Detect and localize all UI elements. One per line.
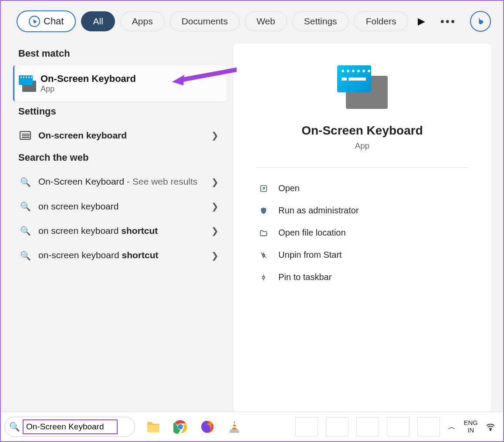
search-icon: 🔍 xyxy=(18,226,32,236)
unpin-icon xyxy=(258,251,269,259)
system-tray: ︿ ENG IN xyxy=(295,417,500,436)
more-tabs-arrow-icon[interactable]: ▶ xyxy=(418,16,425,27)
bing-button[interactable] xyxy=(470,11,491,32)
web-result-2[interactable]: 🔍 on screen keyboard shortcut ❯ xyxy=(13,219,227,243)
web-result-1[interactable]: 🔍 on screen keyboard ❯ xyxy=(13,194,227,219)
taskbar-app-placeholder[interactable] xyxy=(356,417,379,436)
preview-subtitle: App xyxy=(355,141,370,151)
tray-overflow-icon[interactable]: ︿ xyxy=(448,422,456,432)
wifi-icon[interactable] xyxy=(486,423,495,431)
tab-all[interactable]: All xyxy=(81,11,115,31)
options-menu-icon[interactable]: ••• xyxy=(434,15,462,28)
svg-rect-8 xyxy=(232,426,237,428)
filter-tabs: Chat All Apps Documents Web Settings Fol… xyxy=(13,10,491,32)
taskbar-search[interactable]: 🔍 xyxy=(4,417,135,437)
tab-apps[interactable]: Apps xyxy=(120,11,165,31)
taskbar-app-placeholder[interactable] xyxy=(417,417,440,436)
search-icon: 🔍 xyxy=(18,201,32,212)
taskbar-app-placeholder[interactable] xyxy=(326,417,348,436)
search-input[interactable] xyxy=(23,419,118,434)
chevron-right-icon: ❯ xyxy=(211,201,219,212)
best-match-heading: Best match xyxy=(18,48,227,59)
search-web-heading: Search the web xyxy=(18,152,227,163)
tab-folders[interactable]: Folders xyxy=(354,11,408,31)
shield-icon xyxy=(258,207,269,215)
action-run-admin[interactable]: Run as administrator xyxy=(257,199,468,222)
action-pin-taskbar[interactable]: Pin to taskbar xyxy=(257,266,468,288)
preview-panel: On-Screen Keyboard App Open Run as admin… xyxy=(233,44,491,412)
settings-result-osk[interactable]: On-screen keyboard ❯ xyxy=(13,123,227,148)
settings-heading: Settings xyxy=(18,106,227,117)
vlc-icon[interactable] xyxy=(226,418,243,435)
web-result-3[interactable]: 🔍 on-screen keyboard shortcut ❯ xyxy=(13,243,227,267)
open-icon xyxy=(258,185,269,192)
chevron-right-icon: ❯ xyxy=(211,250,219,261)
chevron-right-icon: ❯ xyxy=(211,177,219,187)
chat-button[interactable]: Chat xyxy=(17,10,76,32)
best-match-title: On-Screen Keyboard xyxy=(41,73,136,84)
keyboard-app-icon xyxy=(337,65,388,109)
taskbar: 🔍 ︿ ENG IN xyxy=(1,412,503,441)
best-match-subtitle: App xyxy=(41,84,136,94)
svg-rect-7 xyxy=(233,423,236,425)
tab-documents[interactable]: Documents xyxy=(170,11,240,31)
taskbar-app-placeholder[interactable] xyxy=(295,417,318,436)
taskbar-app-placeholder[interactable] xyxy=(387,417,409,436)
search-icon: 🔍 xyxy=(18,177,32,187)
action-open[interactable]: Open xyxy=(257,177,468,199)
firefox-icon[interactable] xyxy=(199,418,216,435)
bing-icon xyxy=(474,15,487,27)
action-unpin-start[interactable]: Unpin from Start xyxy=(257,244,468,266)
chrome-icon[interactable] xyxy=(172,418,189,435)
web-result-0[interactable]: 🔍 On-Screen Keyboard - See web results ❯ xyxy=(13,169,227,194)
file-explorer-icon[interactable] xyxy=(145,418,162,435)
best-match-result[interactable]: On-Screen Keyboard App xyxy=(13,65,227,101)
keyboard-app-icon xyxy=(19,75,36,92)
action-file-location[interactable]: Open file location xyxy=(257,222,468,244)
divider xyxy=(257,167,468,168)
tab-web[interactable]: Web xyxy=(245,11,287,31)
search-icon: 🔍 xyxy=(18,250,32,261)
pin-icon xyxy=(258,273,269,281)
chevron-right-icon: ❯ xyxy=(211,130,219,141)
results-column: Best match On-Screen Keyboard App Settin… xyxy=(13,44,227,412)
annotation-arrow-icon xyxy=(171,67,237,85)
svg-rect-2 xyxy=(147,425,159,432)
chevron-right-icon: ❯ xyxy=(211,226,219,236)
bing-icon xyxy=(29,16,40,27)
search-icon: 🔍 xyxy=(9,422,20,432)
chat-label: Chat xyxy=(44,16,64,27)
tab-settings[interactable]: Settings xyxy=(292,11,349,31)
language-indicator[interactable]: ENG IN xyxy=(463,419,478,434)
folder-icon xyxy=(258,229,269,236)
keyboard-icon xyxy=(18,131,32,140)
svg-point-9 xyxy=(490,429,491,430)
preview-title: On-Screen Keyboard xyxy=(301,124,423,138)
